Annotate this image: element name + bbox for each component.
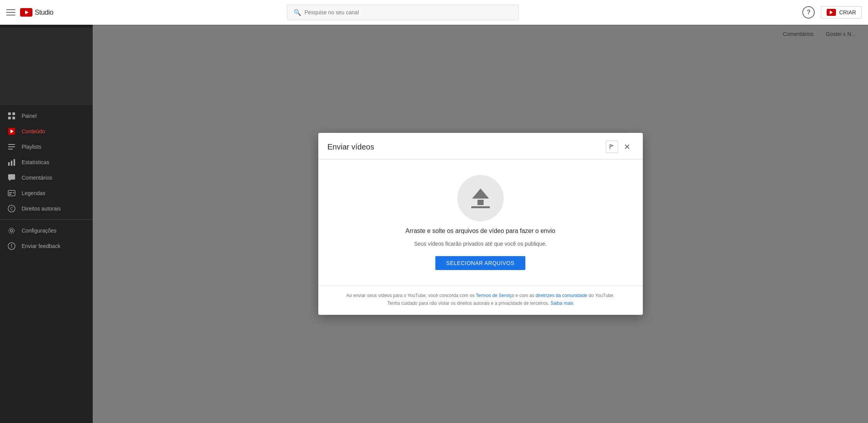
terms-of-service-link[interactable]: Termos de Serviço — [476, 293, 514, 298]
modal-body: Arraste e solte os arquivos de vídeo par… — [318, 160, 643, 285]
svg-rect-4 — [8, 117, 11, 119]
footer-text-mid: e com as — [514, 293, 535, 298]
modal-overlay: Enviar vídeos ✕ — [93, 25, 868, 423]
main-container: Painel Conteúdo — [0, 25, 868, 423]
sidebar: Painel Conteúdo — [0, 25, 93, 423]
sidebar-item-conteudo[interactable]: Conteúdo — [0, 124, 93, 139]
sidebar-nav: Painel Conteúdo — [0, 105, 93, 257]
community-guidelines-link[interactable]: diretrizes da comunidade — [535, 293, 587, 298]
painel-label: Painel — [22, 113, 37, 119]
youtube-logo-icon — [20, 8, 32, 17]
configuracoes-label: Configurações — [22, 228, 56, 234]
svg-rect-12 — [11, 161, 12, 166]
svg-marker-15 — [9, 180, 11, 181]
search-input[interactable] — [304, 9, 512, 15]
sidebar-item-direitos-autorais[interactable]: C Direitos autorais — [0, 201, 93, 216]
sidebar-item-comentarios[interactable]: Comentários — [0, 170, 93, 185]
sidebar-item-enviar-feedback[interactable]: ! Enviar feedback — [0, 238, 93, 254]
svg-rect-17 — [9, 192, 12, 193]
svg-rect-14 — [8, 174, 15, 180]
upload-modal: Enviar vídeos ✕ — [318, 133, 643, 314]
svg-rect-18 — [9, 194, 11, 195]
bar-chart-icon — [8, 158, 15, 166]
play-icon — [8, 127, 15, 135]
subtitles-icon — [8, 189, 15, 197]
enviar-feedback-label: Enviar feedback — [22, 243, 60, 249]
content-area: Comentários Gostei x N... Enviar vídeos — [93, 25, 868, 423]
saiba-mais-link[interactable]: Saiba mais — [550, 301, 573, 306]
upload-arrow-icon — [471, 189, 490, 208]
sidebar-item-configuracoes[interactable]: Configurações — [0, 223, 93, 238]
topbar-right: ? CRIAR — [802, 6, 862, 19]
list-icon — [8, 143, 15, 151]
comment-icon — [8, 174, 15, 182]
legendas-label: Legendas — [22, 190, 46, 196]
studio-label: Studio — [35, 8, 53, 17]
create-video-icon — [827, 9, 836, 16]
sidebar-item-estatisticas[interactable]: Estatísticas — [0, 155, 93, 170]
modal-header: Enviar vídeos ✕ — [318, 133, 643, 160]
svg-rect-3 — [12, 112, 15, 115]
svg-rect-13 — [14, 159, 15, 166]
create-label: CRIAR — [839, 9, 856, 15]
create-button[interactable]: CRIAR — [821, 6, 862, 19]
modal-footer-line2: Tenha cuidado para não violar os direito… — [328, 300, 634, 307]
playlists-label: Playlists — [22, 144, 41, 150]
search-bar[interactable]: 🔍 — [287, 5, 519, 20]
gear-icon — [8, 227, 15, 234]
svg-rect-10 — [8, 149, 13, 149]
svg-point-22 — [10, 229, 13, 232]
svg-text:C: C — [10, 207, 13, 211]
topbar: Studio 🔍 ? CRIAR — [0, 0, 868, 25]
search-icon: 🔍 — [294, 9, 301, 16]
topbar-left: Studio — [6, 8, 145, 17]
svg-text:!: ! — [11, 243, 12, 249]
footer-copyright-text: Tenha cuidado para não violar os direito… — [387, 301, 549, 306]
modal-title: Enviar vídeos — [328, 143, 374, 151]
modal-close-button[interactable]: ✕ — [621, 141, 634, 153]
arrow-head — [472, 189, 489, 199]
sidebar-divider — [0, 219, 93, 220]
help-icon[interactable]: ? — [802, 6, 815, 19]
modal-flag-button[interactable] — [606, 141, 618, 153]
drag-drop-text: Arraste e solte os arquivos de vídeo par… — [406, 228, 555, 234]
modal-footer: Ao enviar seus vídeos para o YouTube, vo… — [318, 285, 643, 314]
sidebar-channel-area — [0, 28, 93, 105]
upload-circle — [457, 175, 504, 221]
direitos-autorais-label: Direitos autorais — [22, 206, 61, 212]
grid-icon — [8, 112, 15, 120]
modal-footer-line1: Ao enviar seus vídeos para o YouTube, vo… — [328, 292, 634, 299]
flag-icon — [609, 144, 615, 150]
sidebar-item-legendas[interactable]: Legendas — [0, 185, 93, 201]
copyright-icon: C — [8, 205, 15, 212]
svg-point-23 — [9, 228, 14, 233]
logo-container[interactable]: Studio — [20, 8, 53, 17]
arrow-body — [477, 200, 484, 205]
footer-text-before: Ao enviar seus vídeos para o YouTube, vo… — [346, 293, 476, 298]
modal-header-actions: ✕ — [606, 141, 634, 153]
select-files-button[interactable]: SELECIONAR ARQUIVOS — [435, 256, 525, 270]
arrow-base — [471, 206, 490, 208]
svg-rect-5 — [12, 117, 15, 119]
comentarios-label: Comentários — [22, 175, 52, 181]
footer-text-after: do YouTube. — [588, 293, 615, 298]
sidebar-item-painel[interactable]: Painel — [0, 108, 93, 124]
svg-rect-2 — [8, 112, 11, 115]
feedback-icon: ! — [8, 242, 15, 250]
svg-rect-8 — [8, 144, 15, 145]
svg-rect-11 — [8, 162, 10, 166]
sidebar-item-playlists[interactable]: Playlists — [0, 139, 93, 155]
estatisticas-label: Estatísticas — [22, 159, 49, 165]
hamburger-icon[interactable] — [6, 8, 15, 17]
privacy-sub-text: Seus vídeos ficarão privados até que voc… — [414, 241, 547, 247]
svg-rect-9 — [8, 146, 15, 147]
svg-rect-19 — [13, 192, 14, 193]
conteudo-label: Conteúdo — [22, 128, 45, 134]
